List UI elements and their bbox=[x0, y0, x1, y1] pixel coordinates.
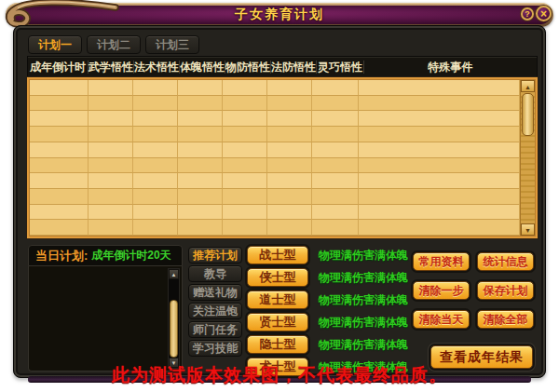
plan-type-desc: 物理满伤害满体魄 bbox=[319, 248, 408, 264]
scroll-down-icon[interactable]: ▼ bbox=[521, 223, 535, 236]
table-cell bbox=[359, 189, 520, 205]
table-header-cell: 成年倒计时 bbox=[28, 61, 89, 74]
plan-type-row: 侠士型 物理满伤害满体魄 bbox=[247, 268, 413, 287]
table-cell bbox=[133, 96, 178, 112]
table-cell bbox=[89, 127, 133, 142]
table-cell bbox=[223, 142, 267, 158]
plan-type-button[interactable]: 贤士型 bbox=[247, 313, 308, 331]
table-cell bbox=[267, 142, 312, 158]
table-scrollbar[interactable]: ▲ ▼ bbox=[520, 80, 535, 236]
help-button[interactable]: ? bbox=[521, 7, 534, 20]
table-cell bbox=[312, 142, 359, 158]
table-header-cell: 武学悟性 bbox=[89, 61, 134, 74]
table-cell bbox=[223, 127, 267, 142]
table-cell bbox=[30, 142, 89, 158]
table-cell bbox=[312, 158, 359, 174]
plan-type-desc: 物理满伤害满体魄 bbox=[319, 270, 408, 286]
plan-tab[interactable]: 计划二 bbox=[87, 35, 141, 54]
today-plan-list: ▲ ▼ bbox=[28, 266, 183, 372]
table-cell bbox=[89, 220, 133, 236]
plan-tab[interactable]: 计划三 bbox=[145, 35, 199, 54]
table-cell bbox=[359, 205, 520, 221]
plan-type-button[interactable]: 侠士型 bbox=[247, 268, 308, 287]
table-cell bbox=[312, 127, 359, 142]
plan-type-desc: 物理满伤害满体魄 bbox=[319, 337, 408, 353]
table-cell bbox=[312, 205, 359, 221]
close-button[interactable]: × bbox=[536, 6, 552, 21]
today-plan-panel: 当日计划: 成年倒计时20天 ▲ ▼ bbox=[28, 245, 183, 372]
table-cell bbox=[267, 189, 312, 205]
table-cell bbox=[178, 111, 223, 127]
plan-tab[interactable]: 计划一 bbox=[28, 35, 82, 54]
action-menu-button[interactable]: 教导 bbox=[188, 265, 242, 282]
utility-button[interactable]: 常用资料 bbox=[413, 252, 470, 271]
table-cell bbox=[267, 158, 312, 174]
table-cell bbox=[359, 127, 520, 142]
table-header-cell: 法防悟性 bbox=[271, 61, 317, 74]
table-cell bbox=[267, 80, 312, 96]
table-cell bbox=[178, 158, 223, 174]
today-scrollbar[interactable]: ▲ ▼ bbox=[168, 268, 180, 369]
disclaimer-text: 此为测试版本效果图，不代表最终品质。 bbox=[0, 363, 559, 387]
table-scrollbar-thumb[interactable] bbox=[522, 93, 534, 136]
table-cell bbox=[312, 96, 359, 112]
table-cell bbox=[178, 189, 223, 205]
table-cell bbox=[223, 205, 267, 221]
table-cell bbox=[133, 80, 178, 96]
action-menu-button[interactable]: 推荐计划 bbox=[188, 247, 242, 264]
action-menu-button[interactable]: 关注温饱 bbox=[188, 303, 242, 319]
table-cell bbox=[133, 158, 178, 174]
today-plan-label: 当日计划: bbox=[35, 248, 88, 264]
plan-type-button[interactable]: 战士型 bbox=[247, 246, 308, 264]
table-cell bbox=[30, 189, 89, 205]
plan-type-button[interactable]: 隐士型 bbox=[247, 335, 308, 354]
table-cell bbox=[312, 80, 359, 96]
table-cell bbox=[30, 111, 89, 127]
utility-button[interactable]: 统计信息 bbox=[477, 252, 534, 271]
table-cell bbox=[359, 158, 520, 174]
utility-button[interactable]: 清除当天 bbox=[413, 310, 470, 329]
table-cell bbox=[267, 205, 312, 221]
table-cell bbox=[30, 173, 89, 189]
table-cell bbox=[359, 142, 520, 158]
table-cell bbox=[89, 189, 133, 205]
action-menu-button[interactable]: 学习技能 bbox=[188, 340, 242, 357]
table-cell bbox=[30, 96, 89, 112]
plan-type-row: 隐士型 物理满伤害满体魄 bbox=[247, 335, 413, 354]
table-header-cell: 特殊事件 bbox=[364, 61, 537, 74]
table-grid bbox=[30, 80, 520, 236]
scroll-up-icon[interactable]: ▲ bbox=[521, 80, 535, 92]
table-cell bbox=[178, 173, 223, 189]
utility-button[interactable]: 清除一步 bbox=[413, 281, 470, 300]
table-cell bbox=[30, 158, 89, 174]
table-header: 成年倒计时武学悟性法术悟性体魄悟性物防悟性法防悟性灵巧悟性特殊事件 bbox=[27, 56, 538, 77]
today-plan-header: 当日计划: 成年倒计时20天 bbox=[28, 245, 183, 266]
table-cell bbox=[133, 173, 178, 189]
table-cell bbox=[30, 220, 89, 236]
plan-type-row: 战士型 物理满伤害满体魄 bbox=[247, 246, 413, 264]
action-menu: 推荐计划教导赠送礼物关注温饱师门任务学习技能 bbox=[188, 247, 242, 357]
table-cell bbox=[359, 111, 520, 127]
table-cell bbox=[178, 205, 223, 221]
table-cell bbox=[178, 80, 223, 96]
table-cell bbox=[267, 220, 312, 236]
table-cell bbox=[223, 220, 267, 236]
table-cell bbox=[223, 158, 267, 174]
table-cell bbox=[89, 142, 133, 158]
table-cell bbox=[312, 111, 359, 127]
table-cell bbox=[312, 189, 359, 205]
utility-button[interactable]: 清除全部 bbox=[477, 310, 534, 329]
scroll-up-icon[interactable]: ▲ bbox=[169, 269, 179, 279]
plan-type-button[interactable]: 道士型 bbox=[247, 291, 308, 309]
table-cell bbox=[133, 127, 178, 142]
utility-button[interactable]: 保存计划 bbox=[477, 281, 534, 300]
close-icon: × bbox=[540, 7, 547, 20]
action-menu-button[interactable]: 师门任务 bbox=[188, 321, 242, 338]
plan-tabs: 计划一计划二计划三 bbox=[28, 35, 199, 54]
today-scrollbar-thumb[interactable] bbox=[170, 300, 178, 358]
table-cell bbox=[223, 189, 267, 205]
table-cell bbox=[30, 127, 89, 142]
action-menu-button[interactable]: 赠送礼物 bbox=[188, 284, 242, 301]
table-cell bbox=[89, 205, 133, 221]
table-cell bbox=[223, 173, 267, 189]
